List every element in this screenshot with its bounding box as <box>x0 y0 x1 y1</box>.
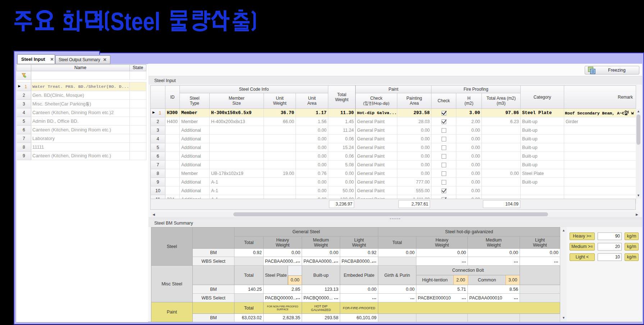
svg-text:Steel: Steel <box>110 7 160 36</box>
